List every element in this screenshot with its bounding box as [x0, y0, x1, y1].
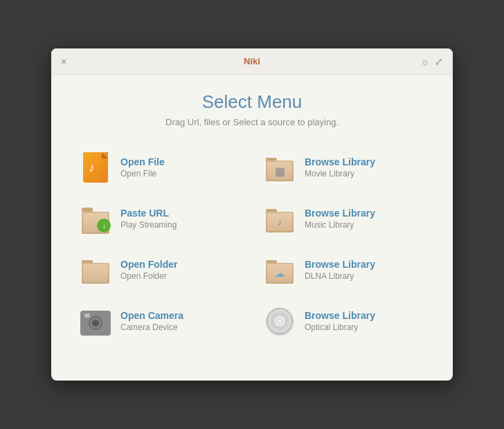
- header-subtitle: Drag Url, files or Select a source to pl…: [73, 117, 431, 127]
- titlebar: × Niki ☼ ⤢: [51, 48, 453, 75]
- browse-optical-item[interactable]: Browse Library Optical Library: [258, 298, 431, 345]
- settings-icon[interactable]: ☼: [420, 57, 429, 66]
- open-camera-label: Open Camera: [120, 310, 183, 321]
- paste-url-sublabel: Play Streaming: [120, 220, 177, 230]
- browse-dlna-label: Browse Library: [305, 259, 375, 270]
- browse-optical-text: Browse Library Optical Library: [305, 310, 375, 332]
- open-file-sublabel: Open File: [120, 169, 165, 179]
- browse-dlna-text: Browse Library DLNA Library: [305, 259, 375, 281]
- paste-url-item[interactable]: Paste URL Play Streaming: [73, 195, 246, 242]
- fullscreen-icon[interactable]: ⤢: [435, 57, 443, 66]
- browse-music-sublabel: Music Library: [305, 220, 375, 230]
- open-folder-sublabel: Open Folder: [120, 271, 177, 281]
- titlebar-left: ×: [61, 57, 66, 66]
- close-button[interactable]: ×: [61, 57, 66, 66]
- open-camera-sublabel: Camera Device: [120, 322, 183, 332]
- paste-url-icon: [79, 202, 112, 235]
- browse-movie-sublabel: Movie Library: [305, 169, 375, 179]
- open-folder-icon: [79, 253, 112, 286]
- browse-optical-icon: [263, 304, 296, 338]
- menu-grid: ♪ Open File Open File ▦: [73, 144, 431, 345]
- browse-movie-label: Browse Library: [305, 156, 375, 167]
- browse-music-item[interactable]: ♪ Browse Library Music Library: [258, 195, 431, 242]
- titlebar-right: ☼ ⤢: [420, 57, 443, 66]
- open-folder-item[interactable]: Open Folder Open Folder: [73, 246, 246, 293]
- dialog-window: × Niki ☼ ⤢ Select Menu Drag Url, files o…: [51, 48, 453, 381]
- open-file-icon: ♪: [79, 151, 112, 184]
- browse-movie-icon: ▦: [263, 151, 296, 184]
- browse-dlna-icon: ☁: [263, 253, 296, 286]
- open-file-text: Open File Open File: [120, 156, 165, 179]
- paste-url-label: Paste URL: [120, 208, 177, 219]
- open-camera-icon: [79, 304, 112, 338]
- browse-movie-item[interactable]: ▦ Browse Library Movie Library: [258, 144, 431, 191]
- open-camera-item[interactable]: Open Camera Camera Device: [73, 298, 246, 345]
- browse-optical-label: Browse Library: [305, 310, 375, 321]
- browse-music-icon: ♪: [263, 202, 296, 235]
- open-folder-label: Open Folder: [120, 259, 177, 270]
- header: Select Menu Drag Url, files or Select a …: [73, 91, 431, 127]
- browse-dlna-item[interactable]: ☁ Browse Library DLNA Library: [258, 246, 431, 293]
- window-title: Niki: [244, 56, 260, 66]
- select-menu-title: Select Menu: [73, 91, 431, 113]
- open-folder-text: Open Folder Open Folder: [120, 259, 177, 281]
- browse-movie-text: Browse Library Movie Library: [305, 156, 375, 179]
- open-camera-text: Open Camera Camera Device: [120, 310, 183, 332]
- open-file-label: Open File: [120, 156, 165, 167]
- open-file-item[interactable]: ♪ Open File Open File: [73, 144, 246, 191]
- browse-music-text: Browse Library Music Library: [305, 208, 375, 230]
- browse-optical-sublabel: Optical Library: [305, 322, 375, 332]
- paste-url-text: Paste URL Play Streaming: [120, 208, 177, 230]
- browse-music-label: Browse Library: [305, 208, 375, 219]
- content-area: Select Menu Drag Url, files or Select a …: [51, 75, 453, 381]
- browse-dlna-sublabel: DLNA Library: [305, 271, 375, 281]
